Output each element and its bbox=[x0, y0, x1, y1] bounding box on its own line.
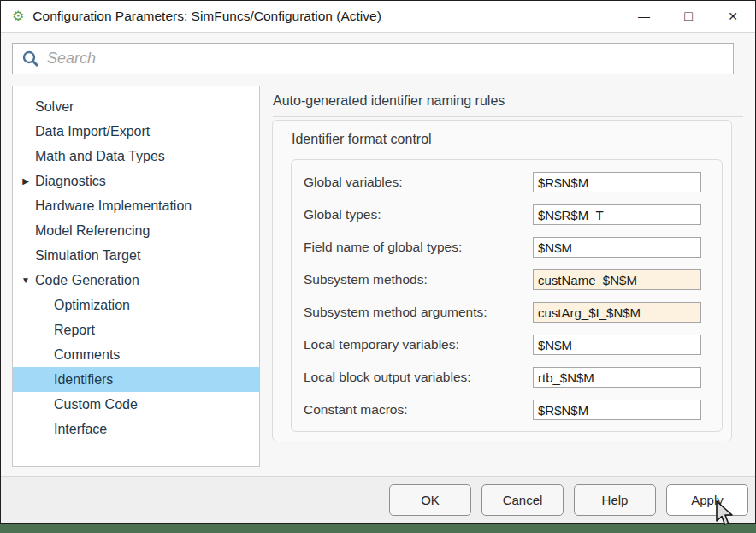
sidebar-item-math-and-data-types[interactable]: Math and Data Types bbox=[13, 144, 259, 169]
window-title: Configuration Parameters: SimFuncs/Confi… bbox=[32, 9, 381, 24]
simulink-config-gear-icon: ⚙ bbox=[12, 9, 24, 23]
section-title: Identifier format control bbox=[292, 132, 731, 147]
global-types-input[interactable] bbox=[533, 204, 701, 225]
search-bar bbox=[12, 43, 734, 74]
field-name-global-types-label: Field name of global types: bbox=[304, 240, 462, 255]
constant-macros-label: Constant macros: bbox=[304, 402, 407, 418]
global-types-label: Global types: bbox=[304, 207, 381, 222]
sidebar-item-hardware-implementation[interactable]: Hardware Implementation bbox=[13, 193, 259, 218]
global-variables-label: Global variables: bbox=[304, 175, 402, 190]
maximize-button[interactable]: □ bbox=[666, 1, 711, 32]
sidebar-item-custom-code[interactable]: Custom Code bbox=[13, 392, 259, 417]
page-title: Auto-generated identifier naming rules bbox=[273, 93, 743, 117]
configuration-parameters-dialog: ⚙ Configuration Parameters: SimFuncs/Con… bbox=[0, 0, 756, 524]
title-bar: ⚙ Configuration Parameters: SimFuncs/Con… bbox=[1, 1, 755, 33]
identifier-fields-box: Global variables: Global types: Field na… bbox=[291, 159, 723, 432]
subsystem-methods-input[interactable] bbox=[533, 269, 701, 290]
subsystem-methods-label: Subsystem methods: bbox=[304, 272, 428, 287]
local-temporary-variables-row: Local temporary variables: bbox=[304, 335, 701, 355]
local-temporary-variables-label: Local temporary variables: bbox=[304, 337, 459, 352]
constant-macros-row: Constant macros: bbox=[304, 400, 701, 420]
local-temporary-variables-input[interactable] bbox=[533, 335, 701, 355]
minimize-button[interactable]: — bbox=[622, 1, 666, 32]
ok-button[interactable]: OK bbox=[389, 484, 471, 516]
sidebar-item-solver[interactable]: Solver bbox=[13, 94, 259, 119]
close-button[interactable]: ✕ bbox=[711, 1, 755, 32]
identifier-format-control-group: Identifier format control Global variabl… bbox=[272, 120, 732, 441]
global-variables-row: Global variables: bbox=[304, 172, 701, 192]
cancel-button[interactable]: Cancel bbox=[481, 484, 564, 516]
subsystem-method-arguments-label: Subsystem method arguments: bbox=[304, 305, 487, 320]
field-name-global-types-row: Field name of global types: bbox=[304, 237, 701, 258]
expanded-arrow-icon[interactable]: ▼ bbox=[19, 268, 32, 293]
sidebar-item-identifiers[interactable]: Identifiers bbox=[13, 367, 259, 392]
sidebar-item-model-referencing[interactable]: Model Referencing bbox=[13, 218, 259, 243]
search-icon bbox=[21, 50, 40, 68]
local-block-output-variables-label: Local block output variables: bbox=[304, 370, 471, 385]
sidebar-item-data-import-export[interactable]: Data Import/Export bbox=[13, 119, 259, 144]
sidebar-item-simulation-target[interactable]: Simulation Target bbox=[13, 243, 259, 268]
help-button[interactable]: Help bbox=[574, 484, 656, 516]
sidebar-item-optimization[interactable]: Optimization bbox=[13, 293, 259, 317]
sidebar-item-diagnostics[interactable]: ▶ Diagnostics bbox=[13, 169, 259, 193]
local-block-output-variables-row: Local block output variables: bbox=[304, 367, 701, 388]
sidebar-item-comments[interactable]: Comments bbox=[13, 342, 259, 367]
search-input[interactable] bbox=[47, 44, 733, 74]
subsystem-method-arguments-row: Subsystem method arguments: bbox=[304, 302, 701, 323]
field-name-global-types-input[interactable] bbox=[533, 237, 701, 258]
settings-tree: Solver Data Import/Export Math and Data … bbox=[12, 86, 260, 467]
subsystem-methods-row: Subsystem methods: bbox=[304, 269, 701, 290]
constant-macros-input[interactable] bbox=[533, 400, 701, 420]
sidebar-item-report[interactable]: Report bbox=[13, 317, 259, 342]
collapsed-arrow-icon[interactable]: ▶ bbox=[19, 169, 32, 193]
sidebar-item-code-generation[interactable]: ▼ Code Generation bbox=[13, 268, 259, 293]
subsystem-method-arguments-input[interactable] bbox=[533, 302, 701, 323]
local-block-output-variables-input[interactable] bbox=[533, 367, 701, 388]
window-controls: — □ ✕ bbox=[622, 1, 755, 32]
mouse-cursor-icon bbox=[715, 500, 737, 531]
global-types-row: Global types: bbox=[304, 204, 701, 225]
sidebar-item-interface[interactable]: Interface bbox=[13, 417, 259, 441]
global-variables-input[interactable] bbox=[533, 172, 701, 192]
dialog-button-bar: OK Cancel Help Apply bbox=[1, 476, 755, 523]
